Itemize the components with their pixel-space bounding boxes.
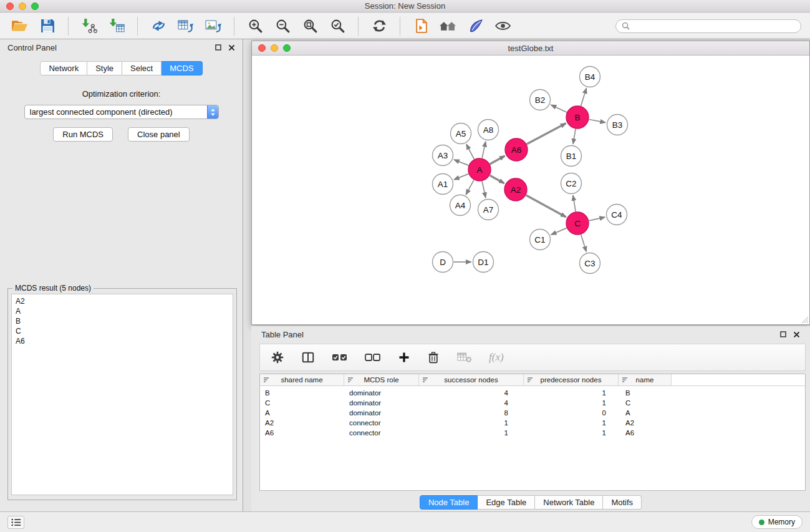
open-session-button[interactable]	[9, 16, 31, 37]
mcds-result-list[interactable]: A2ABCA6	[11, 294, 233, 495]
graph-node-A5[interactable]: A5	[451, 123, 471, 144]
graph-node-C[interactable]: C	[566, 212, 589, 235]
home-view-button[interactable]	[437, 16, 460, 37]
network-maximize-button[interactable]	[283, 44, 291, 52]
graph-edge-C-C3[interactable]	[581, 235, 587, 251]
graph-edge-B-B1[interactable]	[573, 129, 576, 144]
maximize-window-button[interactable]	[31, 2, 39, 10]
graph-edge-B-B4[interactable]	[581, 89, 587, 106]
show-columns-button[interactable]	[301, 351, 315, 364]
open-document-button[interactable]	[410, 16, 432, 37]
optimization-criterion-select[interactable]: largest connected component (directed)	[24, 105, 219, 119]
graphics-details-button[interactable]	[465, 16, 487, 37]
minimize-window-button[interactable]	[19, 2, 26, 10]
table-row[interactable]: Adominator80A	[260, 408, 805, 418]
tab-style[interactable]: Style	[87, 61, 122, 75]
zoom-in-button[interactable]	[244, 16, 266, 37]
graph-edge-C-C1[interactable]	[551, 228, 567, 235]
mcds-result-item[interactable]: A2	[16, 296, 229, 306]
graph-edge-A-A5[interactable]	[466, 144, 474, 159]
zoom-selected-button[interactable]	[326, 16, 349, 37]
table-tab-node-table[interactable]: Node Table	[420, 495, 478, 510]
graph-node-A6[interactable]: A6	[505, 138, 528, 161]
function-builder-button[interactable]: f(x)	[489, 351, 504, 364]
graph-edge-B-B3[interactable]	[589, 120, 605, 123]
select-all-rows-button[interactable]	[332, 352, 348, 363]
zoom-out-button[interactable]	[271, 16, 294, 37]
table-tab-edge-table[interactable]: Edge Table	[478, 495, 535, 510]
tab-network[interactable]: Network	[40, 61, 87, 75]
graph-node-A2[interactable]: A2	[504, 178, 527, 201]
network-close-button[interactable]	[258, 44, 266, 52]
search-input[interactable]	[633, 22, 795, 31]
save-session-button[interactable]	[36, 16, 59, 37]
delete-column-button[interactable]	[427, 351, 440, 364]
graph-node-C4[interactable]: C4	[607, 205, 627, 225]
delete-table-button[interactable]	[456, 351, 472, 364]
float-table-panel-button[interactable]	[780, 331, 786, 337]
graph-node-D1[interactable]: D1	[473, 252, 494, 273]
close-control-panel-button[interactable]	[228, 44, 235, 51]
zoom-fit-button[interactable]	[299, 16, 321, 37]
column-header-MCDS-role[interactable]: MCDS role	[344, 374, 419, 386]
resize-grip[interactable]	[801, 316, 809, 324]
column-header-shared-name[interactable]: shared name	[260, 374, 344, 386]
graph-node-B2[interactable]: B2	[530, 90, 551, 110]
new-table-button[interactable]	[175, 16, 197, 37]
table-tab-motifs[interactable]: Motifs	[603, 495, 642, 510]
graph-node-B3[interactable]: B3	[607, 115, 628, 135]
task-history-button[interactable]	[7, 516, 24, 529]
graph-edge-A6-B[interactable]	[527, 123, 566, 144]
table-row[interactable]: Bdominator41B	[260, 386, 805, 398]
memory-button[interactable]: Memory	[751, 515, 803, 529]
graph-node-B[interactable]: B	[566, 106, 589, 128]
table-tab-network-table[interactable]: Network Table	[535, 495, 603, 510]
graph-edge-A-A4[interactable]	[466, 180, 474, 195]
import-network-button[interactable]	[78, 16, 100, 37]
graph-edge-A-A8[interactable]	[482, 142, 486, 158]
graph-node-A3[interactable]: A3	[433, 145, 453, 166]
tab-select[interactable]: Select	[122, 61, 162, 75]
run-mcds-button[interactable]: Run MCDS	[53, 127, 113, 142]
mcds-result-item[interactable]: B	[16, 316, 229, 326]
table-row[interactable]: A2connector11A2	[260, 418, 805, 428]
graph-node-C1[interactable]: C1	[530, 230, 551, 250]
network-canvas[interactable]: B4B2BB3A5A8A6A3B1AC2A1A2A4A7C4CC1C3DD1	[252, 56, 809, 324]
graph-edge-A-A2[interactable]	[490, 175, 504, 183]
table-row[interactable]: A6connector11A6	[260, 428, 805, 438]
add-column-button[interactable]	[398, 351, 410, 364]
graph-node-C3[interactable]: C3	[580, 253, 600, 274]
deselect-all-rows-button[interactable]	[365, 352, 381, 363]
graph-node-B4[interactable]: B4	[580, 67, 600, 87]
graph-node-D[interactable]: D	[433, 252, 453, 273]
mcds-result-item[interactable]: A6	[16, 336, 229, 346]
import-table-button[interactable]	[105, 16, 128, 37]
mcds-result-item[interactable]: C	[16, 326, 229, 336]
close-window-button[interactable]	[6, 2, 14, 10]
show-hide-button[interactable]	[492, 16, 514, 37]
close-panel-button[interactable]: Close panel	[128, 127, 190, 142]
export-image-button[interactable]	[202, 16, 224, 37]
refresh-view-button[interactable]	[368, 16, 390, 37]
graph-edge-C-C4[interactable]	[589, 217, 605, 221]
graph-edge-A-A6[interactable]	[490, 156, 505, 164]
close-table-panel-button[interactable]	[793, 331, 800, 338]
graph-edge-A-A3[interactable]	[454, 160, 468, 165]
tab-mcds[interactable]: MCDS	[162, 61, 202, 75]
graph-node-A[interactable]: A	[468, 158, 491, 181]
graph-edge-B-B2[interactable]	[551, 105, 567, 112]
column-header-name[interactable]: name	[619, 374, 672, 386]
graph-edge-A2-C[interactable]	[526, 195, 566, 217]
table-settings-button[interactable]	[271, 351, 284, 364]
table-row[interactable]: Cdominator41C	[260, 398, 805, 408]
column-header-predecessor-nodes[interactable]: predecessor nodes	[524, 374, 619, 386]
float-control-panel-button[interactable]	[215, 44, 221, 51]
new-network-button[interactable]	[147, 16, 170, 37]
network-minimize-button[interactable]	[271, 44, 278, 52]
graph-node-A4[interactable]: A4	[450, 195, 471, 216]
column-header-successor-nodes[interactable]: successor nodes	[419, 374, 524, 386]
graph-node-A7[interactable]: A7	[478, 200, 499, 220]
graph-edge-A-A7[interactable]	[482, 181, 486, 198]
mcds-result-item[interactable]: A	[16, 306, 229, 316]
graph-node-A8[interactable]: A8	[478, 120, 499, 140]
